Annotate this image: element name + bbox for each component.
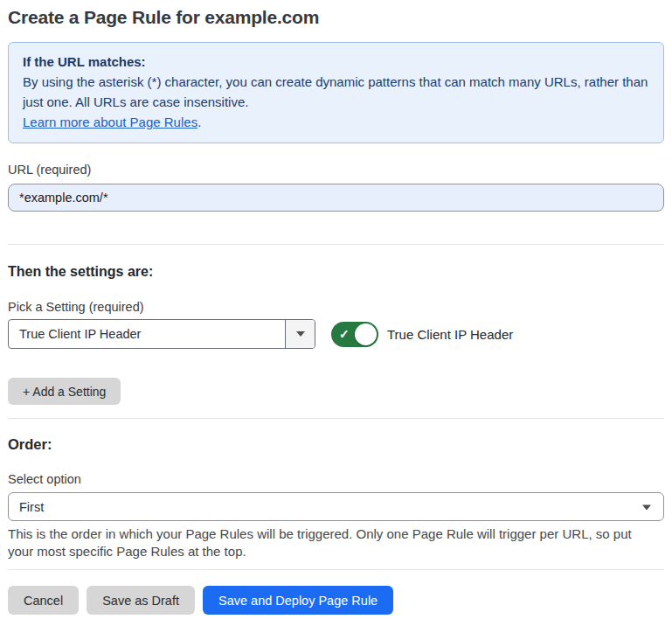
check-icon: ✓ [339, 328, 350, 340]
true-client-ip-toggle[interactable]: ✓ [331, 322, 378, 347]
cancel-button[interactable]: Cancel [8, 586, 79, 615]
page-title: Create a Page Rule for example.com [8, 5, 664, 30]
url-field-label: URL (required) [8, 163, 664, 177]
settings-section-heading: Then the settings are: [8, 264, 664, 280]
order-select-value: First [19, 500, 44, 514]
divider [8, 418, 664, 419]
url-input[interactable] [8, 184, 664, 212]
setting-select-value: True Client IP Header [9, 320, 285, 348]
info-box-link-line: Learn more about Page Rules. [23, 112, 649, 132]
setting-select-arrow-box[interactable] [285, 320, 315, 348]
setting-select[interactable]: True Client IP Header [8, 319, 315, 349]
page-rule-form: Create a Page Rule for example.com If th… [0, 5, 672, 615]
divider [8, 244, 664, 245]
toggle-label: True Client IP Header [387, 327, 513, 342]
setting-picker-row: True Client IP Header ✓ True Client IP H… [8, 319, 664, 349]
info-box-body: By using the asterisk (*) character, you… [23, 72, 649, 112]
setting-picker-label: Pick a Setting (required) [8, 300, 664, 314]
order-section-heading: Order: [8, 436, 664, 453]
link-suffix: . [197, 115, 201, 129]
order-help-text: This is the order in which your Page Rul… [8, 525, 659, 560]
order-select-label: Select option [8, 472, 664, 486]
chevron-down-icon [642, 504, 651, 510]
add-setting-button[interactable]: + Add a Setting [8, 378, 121, 405]
footer-actions: Cancel Save as Draft Save and Deploy Pag… [8, 586, 664, 615]
info-box-heading: If the URL matches: [23, 52, 649, 72]
url-match-info-box: If the URL matches: By using the asteris… [8, 42, 664, 143]
toggle-knob [355, 323, 377, 345]
learn-more-link[interactable]: Learn more about Page Rules [23, 115, 197, 129]
chevron-down-icon [296, 331, 305, 337]
save-and-deploy-button[interactable]: Save and Deploy Page Rule [203, 586, 393, 615]
order-select[interactable]: First [8, 492, 664, 521]
save-as-draft-button[interactable]: Save as Draft [87, 586, 195, 615]
divider [8, 569, 664, 570]
